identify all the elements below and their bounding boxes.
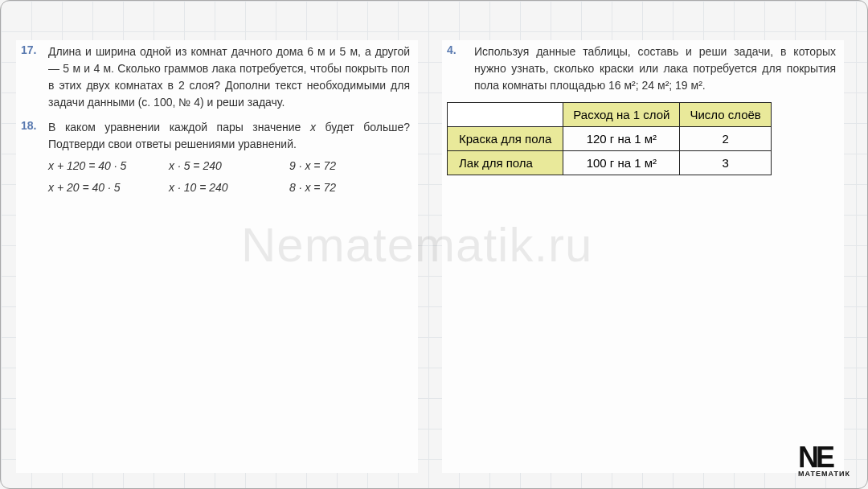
row-label: Краска для пола bbox=[448, 127, 563, 151]
table-cell: 120 г на 1 м² bbox=[563, 127, 680, 151]
table-header: Расход на 1 слой bbox=[563, 103, 680, 127]
problem-text: Длина и ширина одной из комнат дачного д… bbox=[48, 43, 410, 111]
problem-17: 17. Длина и ширина одной из комнат дачно… bbox=[21, 43, 410, 111]
problem-number: 4. bbox=[447, 43, 466, 94]
left-column: 17. Длина и ширина одной из комнат дачно… bbox=[16, 40, 418, 473]
table-corner bbox=[448, 103, 563, 127]
problem-18: 18. В каком уравнении каждой пары значен… bbox=[21, 119, 410, 196]
problem-text: Используя данные таблицы, составь и реши… bbox=[474, 43, 836, 94]
table-cell: 2 bbox=[680, 127, 771, 151]
table-row: Краска для пола 120 г на 1 м² 2 bbox=[448, 127, 772, 151]
right-column: 4. Используя данные таблицы, составь и р… bbox=[442, 40, 844, 473]
table-row: Лак для пола 100 г на 1 м² 3 bbox=[448, 151, 772, 175]
equation: 9 · x = 72 bbox=[289, 158, 386, 175]
logo-top: NE bbox=[798, 446, 850, 470]
consumption-table: Расход на 1 слой Число слоёв Краска для … bbox=[447, 102, 772, 175]
table-cell: 3 bbox=[680, 151, 771, 175]
equation: x + 20 = 40 · 5 bbox=[48, 179, 169, 196]
variable-x: x bbox=[310, 121, 316, 134]
table-header: Число слоёв bbox=[680, 103, 771, 127]
equations-grid: x + 120 = 40 · 5 x · 5 = 240 9 · x = 72 … bbox=[48, 158, 410, 196]
logo-bottom: МАТЕМАТИК bbox=[798, 470, 850, 478]
row-label: Лак для пола bbox=[448, 151, 563, 175]
equation: x + 120 = 40 · 5 bbox=[48, 158, 169, 175]
page-content: 17. Длина и ширина одной из комнат дачно… bbox=[0, 0, 868, 489]
problem-number: 18. bbox=[21, 119, 40, 196]
table-header-row: Расход на 1 слой Число слоёв bbox=[448, 103, 772, 127]
equation: 8 · x = 72 bbox=[289, 179, 386, 196]
equation: x · 5 = 240 bbox=[169, 158, 289, 175]
problem-number: 17. bbox=[21, 43, 40, 111]
problem-text: В каком уравнении каждой пары значение x… bbox=[48, 119, 410, 196]
equation: x · 10 = 240 bbox=[169, 179, 289, 196]
problem-4: 4. Используя данные таблицы, составь и р… bbox=[447, 43, 836, 94]
text-part: В каком уравнении каждой пары значение bbox=[48, 121, 310, 134]
site-logo: NE МАТЕМАТИК bbox=[798, 446, 850, 478]
table-cell: 100 г на 1 м² bbox=[563, 151, 680, 175]
